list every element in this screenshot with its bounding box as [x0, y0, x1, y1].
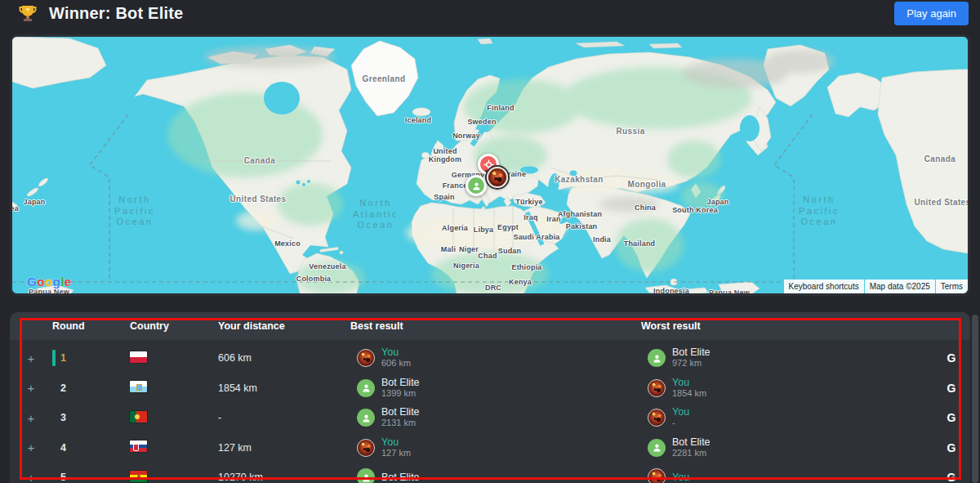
your-distance-value: 606 km: [218, 352, 350, 364]
table-row: +21854 kmBot Elite1399 kmYou1854 kmG: [10, 373, 970, 404]
expand-row-button[interactable]: +: [10, 411, 52, 425]
google-maps-link[interactable]: G: [933, 351, 970, 364]
bot-avatar: [648, 349, 666, 367]
result-distance: 1399 km: [381, 388, 420, 399]
your-avatar: [357, 349, 375, 367]
active-round-indicator: [52, 469, 56, 483]
round-number: 4: [60, 442, 66, 454]
expand-row-button[interactable]: +: [10, 381, 52, 395]
header-your-distance: Your distance: [218, 320, 350, 332]
results-table: Round Country Your distance Best result …: [10, 312, 970, 483]
world-map[interactable]: GreenlandIcelandFinlandSwedenNorwayUnite…: [12, 37, 968, 293]
player-name: You: [381, 437, 411, 448]
google-maps-link[interactable]: G: [933, 471, 970, 483]
your-distance-value: 10270 km: [218, 472, 350, 483]
player-name: Bot Elite: [381, 472, 420, 483]
header-country: Country: [130, 320, 218, 332]
best-result-cell: You127 km: [350, 437, 641, 458]
expand-row-button[interactable]: +: [10, 471, 52, 483]
result-distance: 606 km: [381, 358, 411, 369]
your-avatar: [648, 379, 666, 397]
page-title: Winner: Bot Elite: [49, 4, 183, 23]
google-logo-letter: o: [37, 275, 45, 288]
player-name: You: [672, 407, 689, 418]
google-logo[interactable]: Google: [27, 275, 72, 288]
result-name-block: You606 km: [381, 347, 411, 369]
attribution-chip[interactable]: Map data ©2025: [865, 280, 935, 293]
active-round-indicator: [52, 380, 56, 396]
country-cell: [130, 381, 218, 395]
worst-result-cell: Bot Elite2281 km: [641, 437, 933, 458]
google-maps-link[interactable]: G: [933, 411, 970, 424]
your-distance-value: 127 km: [218, 442, 350, 454]
flag-bo: [130, 471, 147, 482]
your-avatar: [357, 439, 375, 457]
play-again-button[interactable]: Play again: [894, 2, 969, 25]
result-name-block: Bot Elite2131 km: [381, 407, 420, 428]
best-result-cell: Bot Elite: [350, 468, 641, 483]
header-worst-result: Worst result: [641, 320, 933, 332]
map-attribution: Keyboard shortcutsMap data ©2025Terms: [784, 280, 969, 293]
result-distance: 2131 km: [381, 418, 420, 428]
expand-row-button[interactable]: +: [10, 351, 52, 365]
flag-sk: [130, 441, 147, 452]
player-name: Bot Elite: [381, 407, 420, 418]
bot-avatar: [357, 379, 375, 397]
page-scrollbar[interactable]: [972, 315, 978, 483]
table-row: +4127 kmYou127 kmBot Elite2281 kmG: [10, 433, 970, 463]
google-logo-letter: G: [27, 275, 37, 288]
worst-result-cell: You-: [641, 407, 933, 428]
bot-avatar: [648, 439, 666, 457]
table-header-row: Round Country Your distance Best result …: [10, 312, 970, 340]
round-cell: 2: [52, 380, 130, 396]
worst-result-cell: Bot Elite972 km: [641, 347, 933, 369]
player-name: Bot Elite: [672, 347, 710, 358]
expand-row-button[interactable]: +: [10, 441, 52, 454]
active-round-indicator: [52, 440, 56, 456]
your-avatar: [648, 409, 666, 427]
map-panel: GreenlandIcelandFinlandSwedenNorwayUnite…: [10, 34, 970, 296]
flag-pl: [130, 351, 147, 363]
player-name: Bot Elite: [672, 437, 710, 448]
result-name-block: Bot Elite: [381, 472, 420, 483]
your-distance-value: -: [218, 412, 350, 423]
table-body: +1606 kmYou606 kmBot Elite972 kmG+21854 …: [10, 340, 970, 483]
round-cell: 1: [52, 350, 130, 366]
you-pin-marker[interactable]: [487, 167, 508, 188]
player-name: You: [672, 472, 689, 483]
result-distance: 1854 km: [672, 388, 706, 399]
round-cell: 5: [52, 469, 130, 483]
active-round-indicator: [52, 350, 56, 366]
result-distance: 127 km: [381, 448, 411, 458]
player-name: Bot Elite: [381, 378, 420, 388]
round-number: 3: [60, 412, 66, 423]
round-number: 5: [60, 472, 66, 483]
attribution-chip[interactable]: Keyboard shortcuts: [784, 280, 864, 293]
google-maps-link[interactable]: G: [933, 441, 970, 454]
google-logo-letter: g: [53, 275, 61, 288]
worst-result-cell: You1854 km: [641, 378, 933, 399]
worst-result-cell: You: [641, 468, 933, 483]
table-row: +510270 kmBot EliteYouG: [10, 463, 970, 483]
bot-avatar: [357, 409, 375, 427]
best-result-cell: Bot Elite2131 km: [350, 407, 641, 428]
result-name-block: You-: [672, 407, 689, 428]
best-result-cell: You606 km: [350, 347, 641, 369]
active-round-indicator: [52, 409, 56, 426]
country-cell: [130, 471, 218, 483]
bot-avatar: [357, 468, 375, 483]
flag-sm: [130, 381, 147, 392]
google-logo-letter: e: [65, 275, 72, 288]
result-name-block: You127 km: [381, 437, 411, 458]
trophy-icon: [18, 3, 38, 23]
attribution-chip[interactable]: Terms: [936, 280, 968, 293]
country-cell: [130, 441, 218, 454]
player-name: You: [381, 347, 411, 358]
result-name-block: Bot Elite972 km: [672, 347, 710, 369]
best-result-cell: Bot Elite1399 km: [350, 378, 641, 399]
google-logo-letter: o: [45, 275, 53, 288]
country-cell: [130, 351, 218, 365]
header-round: Round: [52, 320, 130, 332]
google-maps-link[interactable]: G: [933, 382, 970, 395]
table-row: +3-Bot Elite2131 kmYou-G: [10, 403, 970, 433]
